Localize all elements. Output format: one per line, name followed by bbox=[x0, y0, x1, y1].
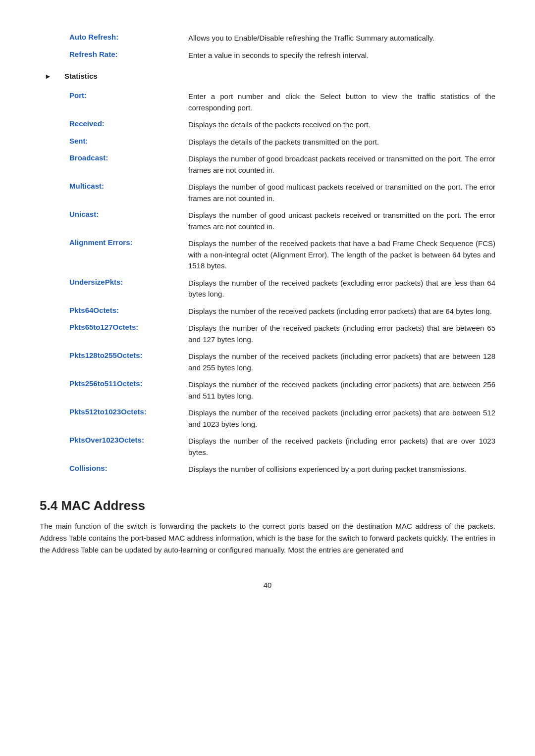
stat-alignment-label: Alignment Errors: bbox=[69, 235, 188, 275]
refresh-rate-row: Refresh Rate: Enter a value in seconds t… bbox=[69, 47, 495, 64]
stat-pkts512-desc: Displays the number of the received pack… bbox=[188, 404, 495, 433]
stat-pkts64-row: Pkts64Octets: Displays the number of the… bbox=[69, 303, 495, 320]
mac-address-section: 5.4 MAC Address The main function of the… bbox=[40, 498, 495, 556]
stat-sent-label: Sent: bbox=[69, 134, 188, 151]
mac-address-body: The main function of the switch is forwa… bbox=[40, 520, 495, 556]
statistics-header-row: ► Statistics bbox=[40, 68, 495, 84]
refresh-rate-label: Refresh Rate: bbox=[69, 47, 188, 64]
stat-sent-desc: Displays the details of the packets tran… bbox=[188, 134, 495, 151]
stat-port-desc: Enter a port number and click the Select… bbox=[188, 88, 495, 116]
stat-pktsover-row: PktsOver1023Octets: Displays the number … bbox=[69, 433, 495, 461]
stat-undersizepkts-row: UndersizePkts: Displays the number of th… bbox=[69, 275, 495, 303]
stat-collisions-row: Collisions: Displays the number of colli… bbox=[69, 461, 495, 478]
statistics-title: Statistics bbox=[64, 68, 495, 84]
stat-pkts256-label: Pkts256to511Octets: bbox=[69, 376, 188, 404]
stat-received-desc: Displays the details of the packets rece… bbox=[188, 116, 495, 134]
stat-broadcast-desc: Displays the number of good broadcast pa… bbox=[188, 151, 495, 179]
stat-multicast-label: Multicast: bbox=[69, 179, 188, 207]
statistics-section-header: ► Statistics bbox=[40, 68, 495, 84]
stat-pkts65-label: Pkts65to127Octets: bbox=[69, 320, 188, 348]
stat-alignment-row: Alignment Errors: Displays the number of… bbox=[69, 235, 495, 275]
stat-received-row: Received: Displays the details of the pa… bbox=[69, 116, 495, 134]
stat-port-row: Port: Enter a port number and click the … bbox=[69, 88, 495, 116]
top-fields-table: Auto Refresh: Allows you to Enable/Disab… bbox=[69, 30, 495, 64]
page-number: 40 bbox=[40, 581, 495, 589]
page: Auto Refresh: Allows you to Enable/Disab… bbox=[0, 0, 535, 619]
stat-broadcast-row: Broadcast: Displays the number of good b… bbox=[69, 151, 495, 179]
stat-unicast-desc: Displays the number of good unicast pack… bbox=[188, 207, 495, 235]
stat-broadcast-label: Broadcast: bbox=[69, 151, 188, 179]
stat-pkts512-row: Pkts512to1023Octets: Displays the number… bbox=[69, 404, 495, 433]
stat-multicast-desc: Displays the number of good multicast pa… bbox=[188, 179, 495, 207]
statistics-table: Port: Enter a port number and click the … bbox=[69, 88, 495, 478]
arrow-icon: ► bbox=[45, 72, 52, 80]
stat-multicast-row: Multicast: Displays the number of good m… bbox=[69, 179, 495, 207]
auto-refresh-desc: Allows you to Enable/Disable refreshing … bbox=[188, 30, 495, 47]
stat-pkts128-label: Pkts128to255Octets: bbox=[69, 348, 188, 376]
stat-collisions-desc: Displays the number of collisions experi… bbox=[188, 461, 495, 478]
mac-address-section-number: 5.4 bbox=[40, 498, 57, 513]
stat-pkts128-desc: Displays the number of the received pack… bbox=[188, 348, 495, 376]
stat-pkts64-desc: Displays the number of the received pack… bbox=[188, 303, 495, 320]
stat-received-label: Received: bbox=[69, 116, 188, 134]
stat-pkts256-desc: Displays the number of the received pack… bbox=[188, 376, 495, 404]
refresh-rate-desc: Enter a value in seconds to specify the … bbox=[188, 47, 495, 64]
stat-pktsover-desc: Displays the number of the received pack… bbox=[188, 433, 495, 461]
stat-pkts128-row: Pkts128to255Octets: Displays the number … bbox=[69, 348, 495, 376]
statistics-items: Port: Enter a port number and click the … bbox=[40, 88, 495, 478]
stat-pkts256-row: Pkts256to511Octets: Displays the number … bbox=[69, 376, 495, 404]
auto-refresh-label: Auto Refresh: bbox=[69, 30, 188, 47]
stat-unicast-label: Unicast: bbox=[69, 207, 188, 235]
stat-port-label: Port: bbox=[69, 88, 188, 116]
stat-pkts512-label: Pkts512to1023Octets: bbox=[69, 404, 188, 433]
top-fields: Auto Refresh: Allows you to Enable/Disab… bbox=[40, 30, 495, 64]
auto-refresh-row: Auto Refresh: Allows you to Enable/Disab… bbox=[69, 30, 495, 47]
stat-undersizepkts-desc: Displays the number of the received pack… bbox=[188, 275, 495, 303]
stat-pkts65-desc: Displays the number of the received pack… bbox=[188, 320, 495, 348]
stat-collisions-label: Collisions: bbox=[69, 461, 188, 478]
mac-address-title: MAC Address bbox=[61, 498, 145, 513]
stat-pkts64-label: Pkts64Octets: bbox=[69, 303, 188, 320]
stat-alignment-desc: Displays the number of the received pack… bbox=[188, 235, 495, 275]
stat-undersizepkts-label: UndersizePkts: bbox=[69, 275, 188, 303]
stat-pktsover-label: PktsOver1023Octets: bbox=[69, 433, 188, 461]
stat-unicast-row: Unicast: Displays the number of good uni… bbox=[69, 207, 495, 235]
stat-sent-row: Sent: Displays the details of the packet… bbox=[69, 134, 495, 151]
mac-address-heading: 5.4 MAC Address bbox=[40, 498, 495, 513]
stat-pkts65-row: Pkts65to127Octets: Displays the number o… bbox=[69, 320, 495, 348]
